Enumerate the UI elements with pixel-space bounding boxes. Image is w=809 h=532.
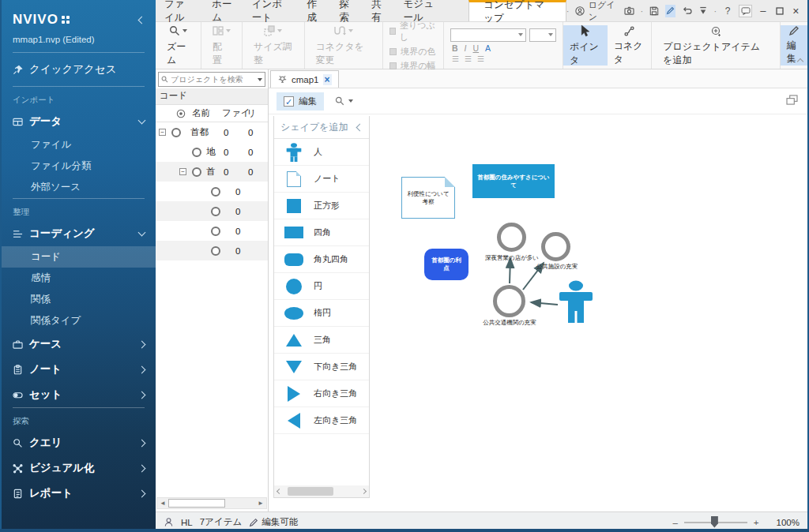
minimize-button[interactable]: – [758,5,769,17]
zoom-out-button[interactable]: – [672,518,677,527]
scroll-thumb[interactable] [168,499,225,508]
scroll-thumb[interactable] [288,487,333,496]
column-name[interactable]: 名前 [192,107,210,119]
shape-item-tri-up[interactable]: 三角 [274,327,369,354]
border-color-button[interactable]: 境界の色 [389,46,437,58]
shapes-hscrollbar[interactable] [274,485,369,497]
ribbon-collapse-icon[interactable] [798,53,803,67]
tab-close-icon[interactable]: × [323,74,332,85]
expander-icon[interactable]: − [179,168,186,175]
fill-button[interactable]: 塗りつぶし [389,20,437,43]
node-person[interactable] [559,280,593,323]
shape-item-circle[interactable]: 円 [274,273,369,300]
sidebar-item-感情[interactable]: 感情 [2,268,156,289]
sidebar-item-ファイル[interactable]: ファイル [2,134,156,155]
node-topic[interactable]: 首都圏の住みやすさについて [472,164,555,198]
tree-row-5[interactable]: 0 [156,221,268,241]
arrange-button[interactable]: 配置 [206,22,237,69]
font-size-select[interactable] [529,28,556,42]
pointer-tool-button[interactable]: ポインタ [563,25,608,66]
menu-item-6[interactable]: モジュール [395,0,450,21]
tree-row-1[interactable]: 地00 [156,142,268,162]
shape-item-tri-right[interactable]: 右向き三角 [274,380,369,407]
tree-row-4[interactable]: 0 [156,201,268,221]
tree-row-3[interactable]: 0 [156,182,268,201]
zoom-slider[interactable] [684,522,747,523]
edit-mode-icon[interactable] [665,5,676,17]
login-button[interactable]: ログイン [574,0,618,23]
tab-cmap1[interactable]: cmap1 × [270,70,339,88]
border-width-button[interactable]: 境界の幅 [389,60,437,72]
add-project-item-button[interactable]: プロジェクトアイテムを追加 [657,22,775,69]
undo-icon[interactable] [681,5,692,17]
node-circle-public-transport[interactable] [493,285,525,317]
tab-concept-map[interactable]: コンセプトマップ [468,0,566,21]
sidebar-item-coding[interactable]: コーディング [2,221,156,246]
node-circle-late-night[interactable] [497,223,526,252]
maximize-button[interactable] [774,5,785,17]
sidebar-collapse-icon[interactable] [139,15,145,24]
menu-item-1[interactable]: ホーム [203,0,243,21]
connector-tool-button[interactable]: コネクタ [608,25,652,66]
underline-button[interactable]: U [473,43,480,53]
node-circle-public-facilities[interactable] [541,232,570,261]
close-button[interactable]: × [790,5,801,17]
sidebar-item-notes[interactable]: ノート [2,357,156,382]
scroll-left-icon[interactable] [277,489,282,494]
menu-item-5[interactable]: 共有 [363,0,395,21]
scroll-right-icon[interactable]: ► [255,500,266,507]
scroll-right-icon[interactable] [361,489,367,494]
shape-item-person[interactable]: 人 [274,139,369,166]
tree-hscrollbar[interactable]: ◄ ► [156,497,267,509]
popout-window-icon[interactable] [786,95,798,105]
collapse-panel-icon[interactable] [356,124,364,132]
shape-item-square[interactable]: 正方形 [274,193,369,219]
canvas-zoom-dropdown[interactable] [335,96,353,106]
sidebar-item-quick-access[interactable]: クイックアクセス [2,53,156,86]
zoom-slider-thumb[interactable] [711,516,718,528]
sidebar-item-sets[interactable]: セット [2,382,156,407]
shape-item-rect[interactable]: 四角 [274,219,369,246]
feedback-icon[interactable] [739,5,752,17]
bold-button[interactable]: B [452,43,458,53]
zoom-button[interactable]: ズーム [160,22,196,69]
sidebar-item-コード[interactable]: コード [2,246,156,268]
sidebar-item-cases[interactable]: ケース [2,332,156,357]
menu-item-4[interactable]: 探索 [330,0,363,21]
project-search-input[interactable]: プロジェクトを検索 [158,72,265,87]
save-icon[interactable] [649,5,660,17]
node-benefit[interactable]: 首都圏の利点 [424,249,468,280]
expander-icon[interactable]: − [159,129,166,136]
shape-item-note[interactable]: ノート [274,166,369,193]
column-refs[interactable]: リ [246,107,256,119]
sidebar-item-外部ソース[interactable]: 外部ソース [2,177,156,198]
menu-item-2[interactable]: インポート [243,0,299,21]
scroll-left-icon[interactable]: ◄ [157,500,168,507]
zoom-in-button[interactable]: + [754,518,759,527]
shape-item-tri-left[interactable]: 左向き三角 [274,407,369,434]
font-color-button[interactable]: A [485,43,491,53]
menu-item-3[interactable]: 作成 [298,0,330,21]
change-connector-button[interactable]: コネクタを変更 [310,22,378,69]
target-column-icon[interactable] [176,109,186,118]
align-left-icon[interactable]: ☰ [452,54,459,63]
align-right-icon[interactable]: ☰ [477,54,484,63]
shape-item-ellipse[interactable]: 楕円 [274,300,369,327]
tree-row-6[interactable]: 0 [156,241,268,260]
edit-checkbox[interactable]: ✓ 編集 [277,92,324,111]
shape-item-tri-down[interactable]: 下向き三角 [274,354,369,380]
font-family-select[interactable] [450,28,526,42]
italic-button[interactable]: I [465,43,467,53]
sidebar-item-query[interactable]: クエリ [2,430,156,455]
tree-row-0[interactable]: −首都00 [156,122,268,142]
sidebar-item-data[interactable]: データ [2,109,156,134]
align-center-icon[interactable]: ☰ [465,54,472,63]
sidebar-item-visualize[interactable]: ビジュアル化 [2,455,156,481]
redo-dropdown-icon[interactable] [698,5,709,17]
sidebar-item-ファイル分類[interactable]: ファイル分類 [2,155,156,177]
sidebar-item-関係[interactable]: 関係 [2,289,156,310]
tree-row-2[interactable]: −首00 [156,162,268,182]
resize-button[interactable]: サイズ調整 [247,22,299,69]
shape-item-rounded[interactable]: 角丸四角 [274,246,369,273]
concept-map-canvas[interactable]: シェイプを追加 人ノート正方形四角角丸四角円楕円三角下向き三角右向き三角左向き三… [269,114,807,511]
